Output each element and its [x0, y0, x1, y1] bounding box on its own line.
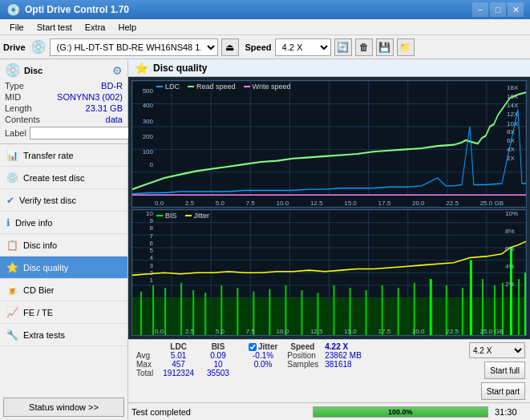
sidebar-item-cd-bier[interactable]: 🍺 CD Bier [0, 279, 127, 301]
chart2-svg [132, 210, 526, 336]
bis-max: 10 [200, 360, 236, 369]
sidebar-item-transfer-rate-label: Transfer rate [23, 151, 74, 160]
col-jitter-header: Jitter [242, 342, 284, 351]
y2-right-10: 10% [505, 210, 518, 217]
time-display: 31:30 [495, 407, 527, 417]
sidebar-item-disc-info[interactable]: 📋 Disc info [0, 234, 127, 256]
start-part-button[interactable]: Start part [481, 382, 525, 400]
x2-20: 20.0 [412, 328, 425, 335]
sidebar-item-create-test-label: Create test disc [23, 173, 84, 183]
minimize-button[interactable]: − [472, 2, 488, 17]
disc-panel-title: Disc [24, 66, 42, 75]
menu-extra[interactable]: Extra [79, 21, 112, 34]
legend-jitter-label: Jitter [194, 212, 210, 220]
y2-label-4: 4 [150, 254, 153, 261]
sidebar-item-fe-te-label: FE / TE [23, 308, 53, 317]
bis-total: 35503 [200, 369, 236, 378]
start-full-button[interactable]: Start full [484, 361, 525, 379]
disc-options-icon: ⚙ [112, 64, 123, 77]
legend-ldc-label: LDC [165, 83, 180, 91]
close-button[interactable]: ✕ [508, 2, 524, 17]
type-value: BD-R [101, 81, 123, 91]
menu-help[interactable]: Help [111, 21, 143, 34]
save-button[interactable]: 📁 [397, 38, 415, 56]
svg-rect-40 [140, 291, 142, 335]
sidebar-item-extra-tests[interactable]: 🔧 Extra tests [0, 324, 127, 346]
disc-info-icon: 📋 [6, 240, 18, 251]
speed-select-stats[interactable]: 4.2 X [469, 342, 525, 358]
x2-25: 25.0 GB [480, 328, 504, 335]
menu-file[interactable]: File [3, 21, 30, 34]
app-title: Opti Drive Control 1.70 [25, 4, 129, 15]
disc-quality-icon: ⭐ [6, 262, 18, 273]
sidebar-item-drive-info[interactable]: ℹ Drive info [0, 212, 127, 234]
x2-15: 15.0 [344, 328, 357, 335]
sidebar-item-disc-quality[interactable]: ⭐ Disc quality [0, 256, 127, 279]
stats-bar: LDC BIS Jitter Speed 4.22 X [128, 339, 530, 402]
svg-rect-66 [510, 247, 512, 335]
x-5: 5.0 [216, 200, 225, 207]
stats-buttons: 4.2 X Start full Start part [469, 342, 525, 400]
nav-items: 📊 Transfer rate 💿 Create test disc ✔ Ver… [0, 144, 127, 394]
progress-bar: 100.0% [313, 406, 489, 418]
refresh-button[interactable]: 🔄 [334, 38, 352, 56]
samples-label: Samples [284, 360, 322, 369]
menu-starttest[interactable]: Start test [30, 21, 79, 34]
mid-value: SONYNN3 (002) [57, 92, 123, 102]
x2-17.5: 17.5 [378, 328, 391, 335]
x2-5: 5.0 [216, 328, 225, 335]
erase-button[interactable]: 🗑 [355, 38, 373, 56]
ldc-total: 1912324 [156, 369, 200, 378]
write-button[interactable]: 💾 [376, 38, 394, 56]
legend-bis-label: BIS [165, 212, 177, 220]
eject-button[interactable]: ⏏ [221, 38, 239, 56]
verify-test-icon: ✔ [6, 195, 14, 206]
y2-label-2: 2 [150, 269, 153, 277]
y2-label-6: 6 [150, 240, 153, 247]
svg-rect-41 [152, 285, 154, 335]
total-label: Total [133, 369, 156, 378]
maximize-button[interactable]: □ [490, 2, 506, 17]
avg-label: Avg [133, 351, 156, 360]
stats-content: LDC BIS Jitter Speed 4.22 X [133, 342, 525, 400]
y-label-10x: 10X [507, 120, 518, 127]
drive-info-icon: ℹ [6, 217, 10, 228]
y-label-14x: 14X [507, 102, 518, 109]
sidebar-item-fe-te[interactable]: 📈 FE / TE [0, 301, 127, 324]
x-0: 0.0 [155, 200, 164, 207]
y-label-200: 200 [143, 133, 153, 140]
sidebar-item-extra-tests-label: Extra tests [23, 330, 65, 340]
x-2.5: 2.5 [185, 200, 194, 207]
content-header-title: Disc quality [153, 63, 207, 74]
max-label: Max [133, 360, 156, 369]
mid-label: MID [5, 92, 21, 102]
jitter-checkbox[interactable] [249, 343, 257, 351]
bis-avg: 0.09 [200, 351, 236, 360]
y-label-500: 500 [143, 87, 153, 95]
x-7.5: 7.5 [246, 200, 255, 207]
speed-select[interactable]: 4.2 X [275, 38, 331, 56]
toolbar: Drive 💿 (G:) HL-DT-ST BD-RE WH16NS48 1.D… [0, 35, 530, 59]
content-area: ⭐ Disc quality LDC Read speed [128, 59, 530, 420]
drive-select[interactable]: (G:) HL-DT-ST BD-RE WH16NS48 1.D3 [50, 38, 218, 56]
length-label: Length [5, 103, 32, 113]
legend-write: Write speed [244, 83, 291, 91]
create-test-icon: 💿 [6, 172, 18, 184]
sidebar-item-transfer-rate[interactable]: 📊 Transfer rate [0, 144, 127, 167]
sidebar-item-verify-test[interactable]: ✔ Verify test disc [0, 189, 127, 212]
sidebar-item-drive-info-label: Drive info [15, 218, 52, 228]
chart-bis: BIS Jitter [131, 209, 527, 337]
y2-label-9: 9 [150, 217, 153, 224]
content-header-icon: ⭐ [135, 62, 148, 75]
x-12.5: 12.5 [310, 200, 323, 207]
drive-label: Drive [3, 42, 26, 52]
sidebar-item-create-test[interactable]: 💿 Create test disc [0, 167, 127, 189]
y2-label-8: 8 [150, 224, 153, 232]
y2-label-10: 10 [146, 210, 153, 217]
y-label-6x: 6X [507, 137, 515, 144]
status-bar: Test completed 100.0% 31:30 [128, 402, 530, 420]
disc-label-input[interactable] [30, 127, 136, 139]
status-window-button[interactable]: Status window >> [3, 398, 124, 417]
extra-tests-icon: 🔧 [6, 329, 18, 341]
y-label-300: 300 [143, 118, 153, 125]
